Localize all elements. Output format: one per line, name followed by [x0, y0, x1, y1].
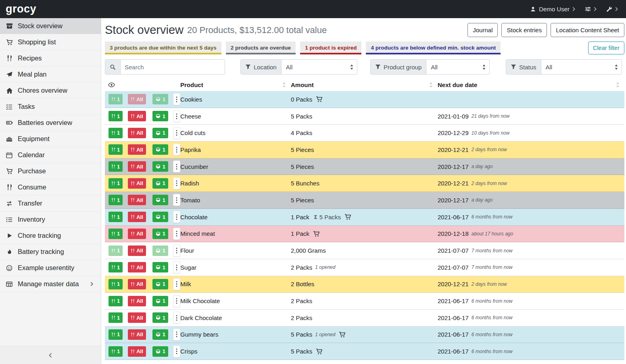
open-1-button[interactable]: 1 — [152, 279, 168, 289]
visibility-column-header[interactable] — [105, 81, 180, 88]
row-menu-button[interactable] — [173, 295, 180, 307]
banner-2-products-are-overdue[interactable]: 2 products are overdue — [226, 42, 296, 54]
location-content-sheet-button[interactable]: Location Content Sheet — [551, 23, 624, 37]
sidebar-item-calendar[interactable]: Calendar — [0, 147, 101, 163]
consume-all-button[interactable]: All — [128, 312, 146, 323]
sidebar-item-inventory[interactable]: Inventory — [0, 212, 101, 228]
open-1-button[interactable]: 1 — [152, 296, 168, 306]
user-menu[interactable]: Demo User — [530, 6, 575, 12]
open-1-button[interactable]: 1 — [152, 229, 168, 239]
sidebar-item-stock-overview[interactable]: Stock overview — [0, 18, 101, 34]
consume-1-button[interactable]: 1 — [109, 296, 123, 306]
open-1-button[interactable]: 1 — [152, 312, 168, 323]
row-menu-button[interactable] — [173, 194, 180, 206]
consume-all-button[interactable]: All — [128, 195, 146, 205]
sidebar-item-transfer[interactable]: Transfer — [0, 196, 101, 212]
consume-all-button[interactable]: All — [128, 161, 146, 172]
open-1-button[interactable]: 1 — [152, 128, 168, 138]
consume-1-button[interactable]: 1 — [109, 195, 123, 205]
consume-1-button[interactable]: 1 — [109, 111, 123, 121]
consume-all-button[interactable]: All — [128, 111, 146, 121]
consume-1-button[interactable]: 1 — [109, 279, 123, 289]
open-1-button[interactable]: 1 — [152, 329, 168, 340]
sidebar-item-shopping-list[interactable]: Shopping list — [0, 34, 101, 50]
consume-all-button[interactable]: All — [128, 346, 146, 357]
search-input[interactable] — [121, 59, 225, 75]
sidebar-item-manage-master-data[interactable]: Manage master data — [0, 276, 101, 292]
consume-all-button[interactable]: All — [128, 262, 146, 272]
consume-1-button[interactable]: 1 — [109, 161, 123, 172]
open-1-button[interactable]: 1 — [152, 262, 168, 272]
consume-1-button[interactable]: 1 — [109, 245, 123, 256]
consume-1-button[interactable]: 1 — [109, 128, 123, 138]
row-menu-button[interactable] — [173, 211, 180, 223]
amount-column-header[interactable]: Amount — [291, 81, 438, 88]
location-select[interactable]: All — [282, 59, 357, 75]
settings-menu[interactable] — [585, 6, 597, 12]
row-menu-button[interactable] — [173, 261, 180, 273]
journal-button[interactable]: Journal — [467, 23, 498, 37]
open-1-button[interactable]: 1 — [152, 346, 168, 357]
row-menu-button[interactable] — [173, 278, 180, 290]
consume-1-button[interactable]: 1 — [109, 262, 123, 272]
sidebar-item-consume[interactable]: Consume — [0, 179, 101, 196]
row-menu-button[interactable] — [173, 228, 180, 240]
consume-1-button[interactable]: 1 — [109, 144, 123, 155]
consume-all-button[interactable]: All — [128, 178, 146, 189]
consume-all-button[interactable]: All — [128, 245, 146, 256]
admin-menu[interactable] — [606, 6, 618, 12]
due-date-column-header[interactable]: Next due date — [438, 81, 624, 88]
consume-all-button[interactable]: All — [128, 212, 146, 222]
row-menu-button[interactable] — [173, 345, 180, 358]
sidebar-item-meal-plan[interactable]: Meal plan — [0, 67, 101, 83]
status-select[interactable]: All — [541, 59, 622, 75]
consume-1-button[interactable]: 1 — [109, 229, 123, 239]
consume-all-button[interactable]: All — [128, 329, 146, 340]
open-1-button[interactable]: 1 — [152, 94, 168, 104]
open-1-button[interactable]: 1 — [152, 161, 168, 172]
consume-all-button[interactable]: All — [128, 94, 146, 104]
open-1-button[interactable]: 1 — [152, 144, 168, 155]
consume-1-button[interactable]: 1 — [109, 312, 123, 323]
banner-3-products-are-due-within-the-next-5-day[interactable]: 3 products are due within the next 5 day… — [105, 42, 221, 54]
row-menu-button[interactable] — [173, 110, 180, 122]
stock-entries-button[interactable]: Stock entries — [501, 23, 547, 37]
consume-all-button[interactable]: All — [128, 296, 146, 306]
row-menu-button[interactable] — [173, 144, 180, 156]
sidebar-item-battery-tracking[interactable]: Battery tracking — [0, 244, 101, 260]
consume-all-button[interactable]: All — [128, 279, 146, 289]
sidebar-item-equipment[interactable]: Equipment — [0, 131, 101, 147]
consume-1-button[interactable]: 1 — [109, 178, 123, 189]
row-menu-button[interactable] — [173, 312, 180, 324]
row-menu-button[interactable] — [173, 329, 180, 341]
row-menu-button[interactable] — [173, 127, 180, 139]
open-1-button[interactable]: 1 — [152, 111, 168, 121]
sidebar-item-chores-overview[interactable]: Chores overview — [0, 83, 101, 99]
clear-filter-button[interactable]: Clear filter — [588, 42, 624, 54]
row-menu-button[interactable] — [173, 93, 180, 105]
open-1-button[interactable]: 1 — [152, 245, 168, 256]
sidebar-item-batteries-overview[interactable]: Batteries overview — [0, 115, 101, 131]
consume-1-button[interactable]: 1 — [109, 94, 123, 104]
consume-all-button[interactable]: All — [128, 144, 146, 155]
open-1-button[interactable]: 1 — [152, 178, 168, 189]
sidebar-item-recipes[interactable]: Recipes — [0, 50, 101, 67]
product-group-select[interactable]: All — [426, 59, 490, 75]
sidebar-item-chore-tracking[interactable]: Chore tracking — [0, 228, 101, 244]
row-menu-button[interactable] — [173, 177, 180, 189]
row-menu-button[interactable] — [173, 245, 180, 257]
consume-all-button[interactable]: All — [128, 128, 146, 138]
product-column-header[interactable]: Product — [180, 81, 291, 88]
app-logo[interactable]: grocy — [6, 3, 36, 15]
open-1-button[interactable]: 1 — [152, 195, 168, 205]
open-1-button[interactable]: 1 — [152, 212, 168, 222]
consume-1-button[interactable]: 1 — [109, 212, 123, 222]
sidebar-item-purchase[interactable]: Purchase — [0, 163, 101, 179]
consume-1-button[interactable]: 1 — [109, 346, 123, 357]
banner-1-product-is-expired[interactable]: 1 product is expired — [300, 42, 361, 54]
sidebar-item-tasks[interactable]: Tasks — [0, 99, 101, 115]
consume-1-button[interactable]: 1 — [109, 329, 123, 340]
sidebar-collapse-button[interactable] — [0, 346, 101, 364]
sidebar-item-example-userentity[interactable]: Example userentity — [0, 260, 101, 276]
consume-all-button[interactable]: All — [128, 229, 146, 239]
